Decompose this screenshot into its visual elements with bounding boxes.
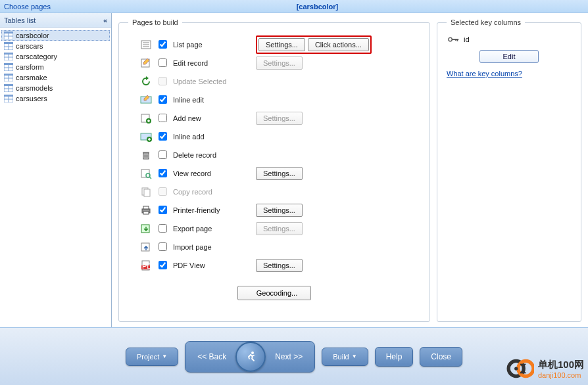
pdf-view-checkbox[interactable] xyxy=(159,261,167,269)
sidebar-title: Tables list xyxy=(4,16,36,24)
page-row-inline-add: Inline add xyxy=(128,127,420,145)
build-button[interactable]: Build▼ xyxy=(322,348,368,366)
export-page-checkbox[interactable] xyxy=(159,224,167,233)
edit-keycols-button[interactable]: Edit xyxy=(479,50,539,63)
inline-add-checkbox[interactable] xyxy=(159,132,167,141)
geocoding-button[interactable]: Geocoding... xyxy=(237,286,311,300)
page-row-copy-record: Copy record xyxy=(128,183,420,200)
table-item-carsbcolor[interactable]: carsbcolor xyxy=(1,30,110,41)
svg-text:PDF: PDF xyxy=(142,262,152,270)
edit-record-label: Edit record xyxy=(173,59,252,67)
page-row-update-selected: Update Selected xyxy=(128,72,420,90)
svg-rect-60 xyxy=(455,39,456,41)
next-button[interactable]: Next >> xyxy=(263,348,314,366)
page-row-list-page: List pageSettings...Click actions... xyxy=(128,35,420,53)
highlight-box: Settings...Click actions... xyxy=(256,35,372,54)
svg-rect-51 xyxy=(141,225,149,233)
delete-icon xyxy=(140,149,152,161)
add-new-checkbox[interactable] xyxy=(159,114,167,122)
import-page-label: Import page xyxy=(173,243,252,251)
printer-friendly-label: Printer-friendly xyxy=(173,206,252,214)
table-item-carsmake[interactable]: carsmake xyxy=(1,72,110,83)
table-item-carsusers[interactable]: carsusers xyxy=(1,93,110,104)
delete-record-checkbox[interactable] xyxy=(159,150,167,159)
add-new-settings-button: Settings... xyxy=(256,112,303,125)
svg-point-57 xyxy=(449,37,452,41)
edit-record-settings-button: Settings... xyxy=(256,57,303,70)
inline-add-label: Inline add xyxy=(173,133,252,141)
project-button[interactable]: Project▼ xyxy=(126,348,178,366)
run-orb-button[interactable] xyxy=(235,342,266,372)
inline-edit-label: Inline edit xyxy=(173,96,252,104)
close-button[interactable]: Close xyxy=(420,347,462,367)
pdf-view-settings-button[interactable]: Settings... xyxy=(256,259,303,272)
view-record-checkbox[interactable] xyxy=(159,169,167,177)
collapse-icon[interactable]: « xyxy=(103,16,107,24)
runner-icon xyxy=(244,350,257,363)
export-page-settings-button: Settings... xyxy=(256,222,303,235)
add-new-label: Add new xyxy=(173,114,252,122)
table-label: carsmodels xyxy=(16,84,53,92)
page-row-edit-record: Edit recordSettings... xyxy=(128,54,420,72)
sidebar-header: Tables list « xyxy=(0,13,111,28)
copy-record-label: Copy record xyxy=(173,188,252,196)
page-row-view-record: View recordSettings... xyxy=(128,164,420,182)
update-selected-checkbox xyxy=(159,77,167,85)
page-row-add-new: Add newSettings... xyxy=(128,109,420,127)
update-selected-label: Update Selected xyxy=(173,78,252,85)
table-item-carscategory[interactable]: carscategory xyxy=(1,51,110,62)
list-page-checkbox[interactable] xyxy=(159,40,167,49)
view-record-settings-button[interactable]: Settings... xyxy=(256,167,303,180)
print-icon xyxy=(140,204,152,216)
table-item-carsform[interactable]: carsform xyxy=(1,62,110,72)
key-icon xyxy=(448,36,460,43)
pdf-view-label: PDF View xyxy=(173,261,252,269)
keycols-legend: Selected key columns xyxy=(447,18,525,26)
footer: Project▼ << Back Next >> Build▼ Help Clo… xyxy=(0,327,588,385)
list-page-settings-button[interactable]: Settings... xyxy=(258,38,305,51)
svg-point-64 xyxy=(514,367,518,370)
page-row-delete-record: Delete record xyxy=(128,146,420,164)
keycols-help-link[interactable]: What are key columns? xyxy=(447,70,522,78)
pages-to-build-panel: Pages to build List pageSettings...Click… xyxy=(118,18,430,322)
table-label: carsbcolor xyxy=(16,32,49,39)
inline-edit-checkbox[interactable] xyxy=(159,95,167,104)
table-icon xyxy=(4,95,13,102)
titlebar-center: [carsbcolor] xyxy=(51,3,584,11)
view-icon xyxy=(140,168,152,179)
table-icon xyxy=(4,53,13,60)
help-button[interactable]: Help xyxy=(375,347,414,367)
view-record-label: View record xyxy=(173,170,252,177)
copy-icon xyxy=(140,186,152,198)
svg-rect-47 xyxy=(144,189,150,196)
watermark-sub: danji100.com xyxy=(538,371,584,379)
add-icon xyxy=(140,112,152,124)
svg-rect-59 xyxy=(457,39,458,41)
table-item-carscars[interactable]: carscars xyxy=(1,41,110,51)
svg-point-61 xyxy=(251,351,254,354)
back-button[interactable]: << Back xyxy=(185,348,238,366)
printer-friendly-checkbox[interactable] xyxy=(159,206,167,214)
svg-line-45 xyxy=(149,177,151,179)
svg-point-63 xyxy=(518,361,533,376)
table-item-carsmodels[interactable]: carsmodels xyxy=(1,83,110,93)
titlebar-left: Choose pages xyxy=(4,3,51,11)
table-icon xyxy=(4,42,13,50)
table-label: carsusers xyxy=(16,95,47,102)
list-page-click-actions-button[interactable]: Click actions... xyxy=(308,38,369,51)
page-row-import-page: Import page xyxy=(128,238,420,256)
page-row-inline-edit: Inline edit xyxy=(128,91,420,108)
titlebar: Choose pages [carsbcolor] xyxy=(0,0,588,13)
copy-record-checkbox xyxy=(159,187,167,196)
sidebar: Tables list « carsbcolorcarscarscarscate… xyxy=(0,13,112,327)
table-icon xyxy=(4,32,13,39)
edit-record-checkbox[interactable] xyxy=(159,58,167,67)
page-row-export-page: Export pageSettings... xyxy=(128,219,420,237)
pages-legend: Pages to build xyxy=(128,18,182,26)
watermark-logo-icon xyxy=(506,355,534,382)
printer-friendly-settings-button[interactable]: Settings... xyxy=(256,204,303,217)
import-page-checkbox[interactable] xyxy=(159,242,167,251)
watermark-text: 单机100网 xyxy=(538,359,584,371)
watermark: 单机100网 danji100.com xyxy=(506,355,584,382)
page-row-pdf-view: PDFPDF ViewSettings... xyxy=(128,256,420,274)
